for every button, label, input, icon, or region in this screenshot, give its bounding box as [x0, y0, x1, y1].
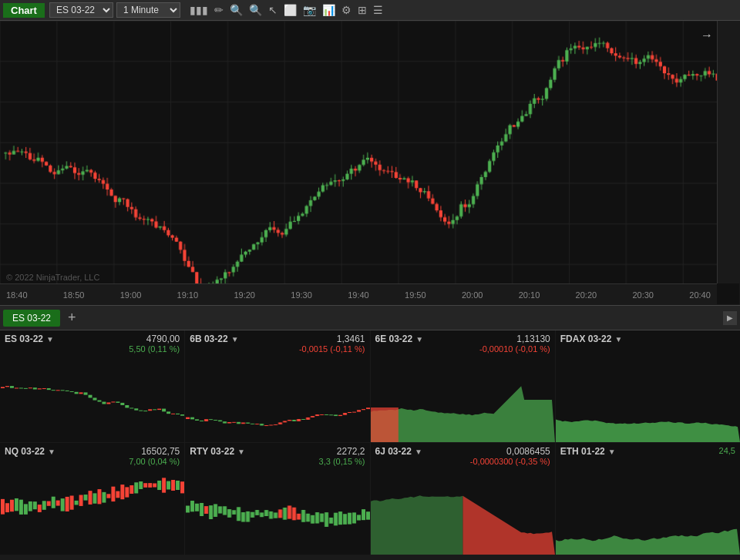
ticker-change: 24,5	[719, 446, 735, 455]
ticker-name: 6B 03-22	[190, 334, 227, 344]
xaxis-label: 20:00	[462, 290, 483, 300]
instrument-select[interactable]: ES 03-22 NQ 03-22 6E 03-22	[49, 2, 113, 18]
ticker-name: ES 03-22	[5, 334, 43, 344]
ticker-dropdown[interactable]: ▼	[614, 335, 622, 344]
ticker-dropdown[interactable]: ▼	[415, 335, 423, 344]
ticker-left: 6J 03-22 ▼	[375, 446, 422, 457]
ticker-dropdown[interactable]: ▼	[237, 448, 245, 456]
xaxis-label: 19:20	[234, 290, 255, 300]
ticker-chart-canvas	[556, 478, 740, 555]
ticker-change: 5,50 (0,11 %)	[129, 344, 180, 354]
candlestick-canvas[interactable]	[0, 21, 740, 305]
ticker-change: -0,00010 (-0,01 %)	[479, 344, 550, 354]
ticker-price: 2272,2	[319, 446, 365, 457]
ticker-header: FDAX 03-22 ▼	[556, 330, 740, 346]
ticker-eth-01-22: ETH 01-22 ▼ 24,5	[556, 443, 740, 555]
ticker-6e-03-22: 6E 03-22 ▼ 1,13130 -0,00010 (-0,01 %)	[371, 330, 555, 442]
ticker-left: NQ 03-22 ▼	[5, 446, 56, 457]
ticker-header: RTY 03-22 ▼ 2272,2 3,3 (0,15 %)	[185, 443, 369, 468]
ticker-left: ES 03-22 ▼	[5, 334, 54, 344]
copyright-text: © 2022 NinjaTrader, LLC	[6, 273, 99, 282]
chart-icon[interactable]: 📊	[321, 4, 337, 16]
ticker-name: 6E 03-22	[375, 334, 413, 344]
xaxis-label: 19:30	[291, 290, 312, 300]
template-icon[interactable]: ⬜	[282, 4, 298, 16]
ticker-name: 6J 03-22	[375, 446, 412, 457]
ticker-dropdown[interactable]: ▼	[608, 448, 616, 456]
xaxis-label: 19:50	[405, 290, 426, 300]
zoom-in-icon[interactable]: 🔍	[228, 4, 244, 16]
screenshot-icon[interactable]: 📷	[301, 4, 318, 16]
xaxis-label: 18:50	[63, 290, 85, 300]
ticker-right: 1,3461 -0,0015 (-0,11 %)	[299, 334, 365, 354]
ticker-header: 6B 03-22 ▼ 1,3461 -0,0015 (-0,11 %)	[185, 330, 369, 355]
compare-icon[interactable]: ⊞	[356, 4, 368, 16]
timeframe-select[interactable]: 1 Minute 5 Minute 15 Minute 1 Hour	[116, 2, 180, 18]
ticker-left: 6E 03-22 ▼	[375, 334, 424, 344]
ticker-dropdown[interactable]: ▼	[415, 448, 422, 456]
ticker-dropdown[interactable]: ▼	[231, 335, 239, 344]
app-title: Chart	[3, 3, 45, 18]
xaxis-label: 20:30	[632, 290, 654, 300]
ticker-nq-03-22: NQ 03-22 ▼ 16502,75 7,00 (0,04 %)	[0, 443, 184, 555]
xaxis-label: 20:10	[519, 290, 540, 300]
ticker-right: 0,0086455 -0,0000300 (-0,35 %)	[470, 446, 550, 466]
xaxis-labels: 18:40 18:50 19:00 19:10 19:20 19:30 19:4…	[0, 290, 717, 300]
ticker-6j-03-22: 6J 03-22 ▼ 0,0086455 -0,0000300 (-0,35 %…	[371, 443, 555, 555]
ticker-right: 16502,75 7,00 (0,04 %)	[129, 446, 180, 466]
xaxis-label: 19:10	[177, 290, 199, 300]
top-bar: Chart ES 03-22 NQ 03-22 6E 03-22 1 Minut…	[0, 0, 740, 21]
ticker-dropdown[interactable]: ▼	[46, 335, 54, 344]
ticker-header: NQ 03-22 ▼ 16502,75 7,00 (0,04 %)	[0, 443, 184, 468]
x-axis: 18:40 18:50 19:00 19:10 19:20 19:30 19:4…	[0, 283, 717, 305]
ticker-name: RTY 03-22	[190, 446, 234, 457]
ticker-header: ES 03-22 ▼ 4790,00 5,50 (0,11 %)	[0, 330, 184, 355]
tab-scroll-right[interactable]: ▶	[723, 311, 737, 325]
ticker-chart-canvas	[371, 478, 555, 555]
ticker-es-03-22: ES 03-22 ▼ 4790,00 5,50 (0,11 %)	[0, 330, 184, 442]
ticker-price: 0,0086455	[470, 446, 550, 457]
ticker-left: RTY 03-22 ▼	[190, 446, 245, 457]
list-icon[interactable]: ☰	[372, 4, 385, 16]
ticker-price: 16502,75	[129, 446, 180, 457]
xaxis-label: 20:20	[576, 290, 597, 300]
xaxis-label: 18:40	[6, 290, 28, 300]
ticker-left: FDAX 03-22 ▼	[560, 334, 623, 344]
ticker-left: 6B 03-22 ▼	[190, 334, 238, 344]
ticker-price: 4790,00	[129, 334, 180, 344]
ticker-chart-canvas	[0, 478, 184, 555]
ticker-grid: ES 03-22 ▼ 4790,00 5,50 (0,11 %) 6B 03-2…	[0, 330, 740, 555]
ticker-chart-canvas	[556, 365, 740, 442]
ticker-chart-canvas	[185, 365, 369, 442]
bar-chart-icon[interactable]: ▮▮▮	[188, 4, 210, 16]
ticker-change: -0,0015 (-0,11 %)	[299, 344, 365, 354]
ticker-price: 1,3461	[299, 334, 365, 344]
xaxis-label: 19:40	[348, 290, 369, 300]
ticker-chart-canvas	[185, 478, 369, 555]
pen-icon[interactable]: ✏	[213, 4, 225, 16]
ticker-fdax-03-22: FDAX 03-22 ▼	[556, 330, 740, 442]
ticker-left: ETH 01-22 ▼	[560, 446, 616, 457]
add-tab-button[interactable]: +	[63, 310, 81, 326]
ticker-chart-canvas	[371, 365, 555, 442]
indicator-icon[interactable]: ⚙	[340, 4, 353, 16]
ticker-name: ETH 01-22	[560, 446, 605, 457]
toolbar: ▮▮▮ ✏ 🔍 🔍 ↖ ⬜ 📷 📊 ⚙ ⊞ ☰	[188, 4, 385, 16]
ticker-6b-03-22: 6B 03-22 ▼ 1,3461 -0,0015 (-0,11 %)	[185, 330, 369, 442]
xaxis-label: 20:40	[689, 290, 711, 300]
ticker-header: ETH 01-22 ▼ 24,5	[556, 443, 740, 458]
ticker-chart-canvas	[0, 365, 184, 442]
ticker-right: 24,5	[719, 446, 735, 455]
ticker-right: 1,13130 -0,00010 (-0,01 %)	[479, 334, 550, 354]
scroll-right-arrow[interactable]: →	[701, 29, 713, 42]
ticker-change: 7,00 (0,04 %)	[129, 457, 180, 466]
main-chart: → © 2022 NinjaTrader, LLC 18:40 18:50 19…	[0, 21, 740, 306]
xaxis-label: 19:00	[120, 290, 142, 300]
tab-es-03-22[interactable]: ES 03-22	[3, 310, 60, 327]
zoom-out-icon[interactable]: 🔍	[247, 4, 264, 16]
ticker-header: 6E 03-22 ▼ 1,13130 -0,00010 (-0,01 %)	[371, 330, 555, 355]
ticker-dropdown[interactable]: ▼	[48, 448, 56, 456]
ticker-name: NQ 03-22	[5, 446, 45, 457]
tab-bar: ES 03-22 + ▶	[0, 306, 740, 330]
cursor-icon[interactable]: ↖	[267, 4, 279, 16]
